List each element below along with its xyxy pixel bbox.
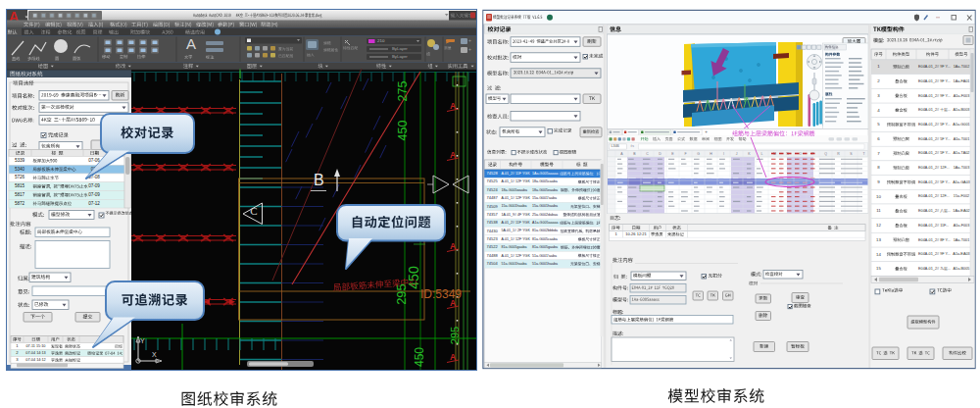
svg-text:74488: 74488 xyxy=(487,253,499,258)
svg-text:+: + xyxy=(468,37,471,43)
svg-text:Y: Y xyxy=(140,337,145,344)
svg-text:51a-G001!aaba: 51a-G001!aaba xyxy=(532,254,557,258)
svg-text:450: 450 xyxy=(413,347,426,367)
svg-text:A-01_2# 11F YGK: A-01_2# 11F YGK xyxy=(502,172,531,176)
svg-text:A-01_1# 12F YGK: A-01_1# 12F YGK xyxy=(502,254,531,258)
svg-text:X: X xyxy=(152,351,157,358)
svg-text:C: C xyxy=(250,205,257,217)
svg-text:74430: 74430 xyxy=(487,229,499,233)
svg-text:1A-01_9# 4F YGK: 1A-01_9# 4F YGK xyxy=(502,213,531,217)
svg-text:E04A-01_2# 12F...: E04A-01_2# 12F... xyxy=(918,194,949,198)
svg-text:O: O xyxy=(799,152,802,156)
svg-text:E04A-01_2# 十层...: E04A-01_2# 十层... xyxy=(918,107,951,112)
svg-text:A1a-F003: A1a-F003 xyxy=(954,224,970,228)
svg-text:07-11 15:10: 07-11 15:10 xyxy=(26,344,46,348)
svg-text:1Aa-T003: 1Aa-T003 xyxy=(954,166,970,170)
svg-text:A1a-TA02: A1a-TA02 xyxy=(954,151,970,155)
svg-text:51a-G001haaba: 51a-G001haaba xyxy=(502,262,527,266)
svg-text:07-04 14:12: 07-04 14:12 xyxy=(25,358,45,362)
svg-text:15a-F002: 15a-F002 xyxy=(954,194,969,198)
svg-text:74524: 74524 xyxy=(487,187,499,192)
svg-text:1Aa-T002: 1Aa-T002 xyxy=(954,65,970,69)
svg-text:A1a-B005: A1a-B005 xyxy=(954,267,970,271)
svg-text:295: 295 xyxy=(449,327,461,344)
svg-text:07-09: 07-09 xyxy=(88,183,100,188)
svg-text:Q: Q xyxy=(824,152,827,156)
svg-text:15a-G001haaba: 15a-G001haaba xyxy=(532,204,558,208)
svg-text:+: + xyxy=(468,46,471,52)
svg-text:74504: 74504 xyxy=(487,261,499,266)
svg-text:13: 13 xyxy=(876,237,881,242)
svg-text:74523: 74523 xyxy=(487,236,499,241)
svg-text:1Aa-G005aaaaa: 1Aa-G005aaaaa xyxy=(532,172,558,176)
svg-text:5817: 5817 xyxy=(15,192,25,197)
svg-text:A-01_1# 12F YGK: A-01_1# 12F YGK xyxy=(502,196,531,200)
svg-text:A1a-T001: A1a-T001 xyxy=(954,137,970,141)
svg-text:E04A-01_2# 八层...: E04A-01_2# 八层... xyxy=(918,209,951,213)
svg-text:74509: 74509 xyxy=(487,204,499,209)
svg-text:A1a-G005aaaaa: A1a-G005aaaaa xyxy=(532,221,558,225)
svg-text:A1a-G001: A1a-G001 xyxy=(953,123,969,127)
svg-text:F: F xyxy=(684,152,686,156)
svg-text:A-01_2# 11F YGK: A-01_2# 11F YGK xyxy=(502,221,531,225)
svg-text:81a-G002bbbda: 81a-G002bbbda xyxy=(532,229,558,232)
svg-text:A: A xyxy=(450,352,456,362)
svg-text:12: 12 xyxy=(876,223,881,228)
svg-text:E04A-01_2# 九层...: E04A-01_2# 九层... xyxy=(918,266,951,271)
svg-text:18a-G005caaba: 18a-G005caaba xyxy=(532,179,558,183)
svg-text:1Aa-EA02: 1Aa-EA02 xyxy=(953,209,969,213)
svg-text:E04A-01_2# 11F...: E04A-01_2# 11F... xyxy=(918,224,949,228)
svg-text:E04A-01_2# 12F...: E04A-01_2# 12F... xyxy=(918,166,949,170)
svg-text:G: G xyxy=(697,152,700,156)
svg-text:5339: 5339 xyxy=(15,158,25,163)
svg-text:74357: 74357 xyxy=(487,212,499,217)
svg-text:A: A xyxy=(186,35,196,52)
svg-text:5726: 5726 xyxy=(15,175,25,179)
svg-text:15a-G001haaba: 15a-G001haaba xyxy=(502,204,527,208)
svg-text:1Aa-T001: 1Aa-T001 xyxy=(954,238,970,242)
svg-text:07-09: 07-09 xyxy=(88,192,100,197)
svg-text:L: L xyxy=(761,152,763,156)
svg-text:51a-G001haaba: 51a-G001haaba xyxy=(532,262,558,266)
svg-text:ID:5349: ID:5349 xyxy=(420,287,462,301)
svg-text:J: J xyxy=(736,152,738,156)
svg-text:07-06: 07-06 xyxy=(88,158,100,163)
svg-text:5A-01_1# 2F YGK: 5A-01_1# 2F YGK xyxy=(502,229,531,232)
svg-text:5815: 5815 xyxy=(15,183,25,188)
svg-text:A1a-B003: A1a-B003 xyxy=(954,108,970,112)
svg-text:15a-G001!aaba: 15a-G001!aaba xyxy=(532,196,557,200)
svg-text:74522: 74522 xyxy=(487,244,499,249)
svg-text:A: A xyxy=(450,150,456,160)
svg-text:E04A-01_2# 5F Y...: E04A-01_2# 5F Y... xyxy=(918,180,951,184)
svg-text:A1a-EA03: A1a-EA03 xyxy=(953,252,969,256)
svg-text:E04A-01_2# 9F Y...: E04A-01_2# 9F Y... xyxy=(918,65,951,69)
svg-text:A: A xyxy=(450,101,456,111)
svg-text:450: 450 xyxy=(396,121,410,141)
svg-text:81a-G005caaba: 81a-G005caaba xyxy=(532,237,558,241)
svg-text:L346: L346 xyxy=(612,144,619,148)
svg-text:A: A xyxy=(450,241,456,251)
svg-text:14: 14 xyxy=(876,252,881,257)
svg-text:07-12: 07-12 xyxy=(88,201,100,206)
svg-text:A1a-GA03: A1a-GA03 xyxy=(953,180,970,184)
svg-text:5872: 5872 xyxy=(15,201,25,206)
svg-text:210: 210 xyxy=(377,38,385,43)
svg-text:+: + xyxy=(705,129,708,134)
svg-text:15: 15 xyxy=(876,266,881,271)
svg-text:07-04 14:13: 07-04 14:13 xyxy=(25,351,45,355)
svg-text:E04A-01_2# 5F Y...: E04A-01_2# 5F Y... xyxy=(918,151,951,155)
svg-text:81a-G005gaaba: 81a-G005gaaba xyxy=(502,245,527,249)
svg-text:E04A-01_2# 8F Y...: E04A-01_2# 8F Y... xyxy=(918,238,951,242)
svg-text:81a-G005gaaba: 81a-G005gaaba xyxy=(532,245,558,249)
svg-text:74525: 74525 xyxy=(487,178,499,183)
svg-text:A-01_1# 12F YGK: A-01_1# 12F YGK xyxy=(502,237,531,241)
svg-text:ByLayer: ByLayer xyxy=(392,54,408,59)
svg-text:25a-G002dabaa: 25a-G002dabaa xyxy=(532,213,558,217)
svg-text:74487: 74487 xyxy=(487,195,499,200)
svg-text:10-26 12:21: 10-26 12:21 xyxy=(625,231,647,236)
svg-text:74528: 74528 xyxy=(487,171,499,176)
svg-text:E04A-01_2# 9F Y...: E04A-01_2# 9F Y... xyxy=(918,94,951,98)
svg-text:E04A-01_2# 5F Y...: E04A-01_2# 5F Y... xyxy=(918,123,951,127)
svg-text:A1a-F003: A1a-F003 xyxy=(954,94,970,98)
svg-text:5340: 5340 xyxy=(15,167,25,172)
